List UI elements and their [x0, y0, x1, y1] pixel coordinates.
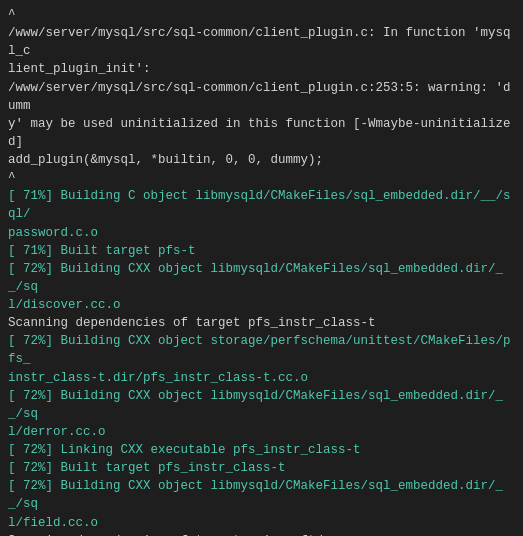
- terminal-line: instr_class-t.dir/pfs_instr_class-t.cc.o: [8, 371, 308, 385]
- terminal-line: [ 72%] Building CXX object storage/perfs…: [8, 334, 511, 366]
- terminal-line: add_plugin(&mysql, *builtin, 0, 0, dummy…: [8, 153, 323, 167]
- terminal-line: ^: [8, 171, 16, 185]
- terminal-line: lient_plugin_init':: [8, 62, 151, 76]
- terminal-line: ^: [8, 8, 16, 22]
- terminal-line: /www/server/mysql/src/sql-common/client_…: [8, 81, 511, 113]
- terminal-line: y' may be used uninitialized in this fun…: [8, 117, 511, 149]
- terminal-line: [ 71%] Building C object libmysqld/CMake…: [8, 189, 511, 221]
- terminal-line: Scanning dependencies of target pfs_inst…: [8, 316, 376, 330]
- terminal-line: l/field.cc.o: [8, 516, 98, 530]
- terminal-line: [ 71%] Built target pfs-t: [8, 244, 196, 258]
- terminal-line: /www/server/mysql/src/sql-common/client_…: [8, 26, 511, 58]
- terminal-line: password.c.o: [8, 226, 98, 240]
- terminal-line: [ 72%] Linking CXX executable pfs_instr_…: [8, 443, 361, 457]
- terminal-line: [ 72%] Built target pfs_instr_class-t: [8, 461, 286, 475]
- terminal-line: l/discover.cc.o: [8, 298, 121, 312]
- terminal-line: [ 72%] Building CXX object libmysqld/CMa…: [8, 479, 503, 511]
- terminal-line: [ 72%] Building CXX object libmysqld/CMa…: [8, 262, 503, 294]
- terminal-line: l/derror.cc.o: [8, 425, 106, 439]
- terminal-output: ^ /www/server/mysql/src/sql-common/clien…: [0, 0, 523, 536]
- terminal-line: [ 72%] Building CXX object libmysqld/CMa…: [8, 389, 503, 421]
